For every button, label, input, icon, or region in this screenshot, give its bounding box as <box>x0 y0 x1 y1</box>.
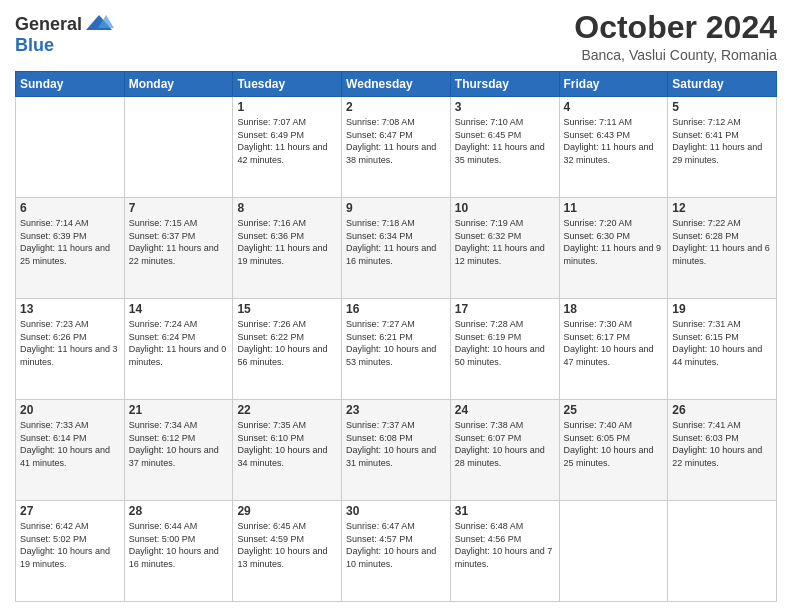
calendar-cell: 16Sunrise: 7:27 AMSunset: 6:21 PMDayligh… <box>342 299 451 400</box>
day-number: 31 <box>455 504 555 518</box>
day-info: Sunrise: 7:07 AMSunset: 6:49 PMDaylight:… <box>237 116 337 166</box>
day-info: Sunrise: 7:16 AMSunset: 6:36 PMDaylight:… <box>237 217 337 267</box>
day-info: Sunrise: 7:24 AMSunset: 6:24 PMDaylight:… <box>129 318 229 368</box>
calendar-cell: 3Sunrise: 7:10 AMSunset: 6:45 PMDaylight… <box>450 97 559 198</box>
day-number: 4 <box>564 100 664 114</box>
page: General Blue October 2024 Banca, Vaslui … <box>0 0 792 612</box>
day-info: Sunrise: 7:34 AMSunset: 6:12 PMDaylight:… <box>129 419 229 469</box>
calendar-cell <box>124 97 233 198</box>
title-block: October 2024 Banca, Vaslui County, Roman… <box>574 10 777 63</box>
day-number: 15 <box>237 302 337 316</box>
header-monday: Monday <box>124 72 233 97</box>
calendar-cell: 9Sunrise: 7:18 AMSunset: 6:34 PMDaylight… <box>342 198 451 299</box>
calendar-cell <box>16 97 125 198</box>
calendar-cell: 1Sunrise: 7:07 AMSunset: 6:49 PMDaylight… <box>233 97 342 198</box>
calendar-cell: 20Sunrise: 7:33 AMSunset: 6:14 PMDayligh… <box>16 400 125 501</box>
day-info: Sunrise: 7:37 AMSunset: 6:08 PMDaylight:… <box>346 419 446 469</box>
day-info: Sunrise: 7:14 AMSunset: 6:39 PMDaylight:… <box>20 217 120 267</box>
day-number: 21 <box>129 403 229 417</box>
calendar-cell: 2Sunrise: 7:08 AMSunset: 6:47 PMDaylight… <box>342 97 451 198</box>
day-info: Sunrise: 7:20 AMSunset: 6:30 PMDaylight:… <box>564 217 664 267</box>
day-number: 2 <box>346 100 446 114</box>
calendar-cell: 24Sunrise: 7:38 AMSunset: 6:07 PMDayligh… <box>450 400 559 501</box>
day-info: Sunrise: 7:18 AMSunset: 6:34 PMDaylight:… <box>346 217 446 267</box>
logo-general-text: General <box>15 15 82 35</box>
calendar-cell: 22Sunrise: 7:35 AMSunset: 6:10 PMDayligh… <box>233 400 342 501</box>
day-number: 13 <box>20 302 120 316</box>
logo: General Blue <box>15 10 114 56</box>
day-info: Sunrise: 7:26 AMSunset: 6:22 PMDaylight:… <box>237 318 337 368</box>
day-number: 29 <box>237 504 337 518</box>
day-info: Sunrise: 7:38 AMSunset: 6:07 PMDaylight:… <box>455 419 555 469</box>
day-info: Sunrise: 6:44 AMSunset: 5:00 PMDaylight:… <box>129 520 229 570</box>
day-number: 23 <box>346 403 446 417</box>
day-info: Sunrise: 7:28 AMSunset: 6:19 PMDaylight:… <box>455 318 555 368</box>
day-info: Sunrise: 7:15 AMSunset: 6:37 PMDaylight:… <box>129 217 229 267</box>
calendar-header-row: Sunday Monday Tuesday Wednesday Thursday… <box>16 72 777 97</box>
day-info: Sunrise: 7:23 AMSunset: 6:26 PMDaylight:… <box>20 318 120 368</box>
day-info: Sunrise: 7:08 AMSunset: 6:47 PMDaylight:… <box>346 116 446 166</box>
day-number: 27 <box>20 504 120 518</box>
day-number: 7 <box>129 201 229 215</box>
day-info: Sunrise: 7:19 AMSunset: 6:32 PMDaylight:… <box>455 217 555 267</box>
calendar-cell: 15Sunrise: 7:26 AMSunset: 6:22 PMDayligh… <box>233 299 342 400</box>
month-title: October 2024 <box>574 10 777 45</box>
day-number: 17 <box>455 302 555 316</box>
calendar-cell: 5Sunrise: 7:12 AMSunset: 6:41 PMDaylight… <box>668 97 777 198</box>
logo-icon <box>84 10 114 40</box>
day-info: Sunrise: 6:45 AMSunset: 4:59 PMDaylight:… <box>237 520 337 570</box>
header-saturday: Saturday <box>668 72 777 97</box>
location: Banca, Vaslui County, Romania <box>574 47 777 63</box>
day-number: 5 <box>672 100 772 114</box>
calendar-cell: 29Sunrise: 6:45 AMSunset: 4:59 PMDayligh… <box>233 501 342 602</box>
calendar-cell: 8Sunrise: 7:16 AMSunset: 6:36 PMDaylight… <box>233 198 342 299</box>
day-number: 9 <box>346 201 446 215</box>
day-number: 8 <box>237 201 337 215</box>
calendar-cell: 21Sunrise: 7:34 AMSunset: 6:12 PMDayligh… <box>124 400 233 501</box>
calendar-cell: 12Sunrise: 7:22 AMSunset: 6:28 PMDayligh… <box>668 198 777 299</box>
day-number: 18 <box>564 302 664 316</box>
calendar-cell: 25Sunrise: 7:40 AMSunset: 6:05 PMDayligh… <box>559 400 668 501</box>
day-number: 3 <box>455 100 555 114</box>
day-info: Sunrise: 7:33 AMSunset: 6:14 PMDaylight:… <box>20 419 120 469</box>
day-number: 11 <box>564 201 664 215</box>
day-number: 16 <box>346 302 446 316</box>
day-info: Sunrise: 6:48 AMSunset: 4:56 PMDaylight:… <box>455 520 555 570</box>
calendar-cell: 28Sunrise: 6:44 AMSunset: 5:00 PMDayligh… <box>124 501 233 602</box>
calendar-cell: 19Sunrise: 7:31 AMSunset: 6:15 PMDayligh… <box>668 299 777 400</box>
calendar-cell: 27Sunrise: 6:42 AMSunset: 5:02 PMDayligh… <box>16 501 125 602</box>
day-info: Sunrise: 6:42 AMSunset: 5:02 PMDaylight:… <box>20 520 120 570</box>
day-info: Sunrise: 6:47 AMSunset: 4:57 PMDaylight:… <box>346 520 446 570</box>
calendar: Sunday Monday Tuesday Wednesday Thursday… <box>15 71 777 602</box>
header-sunday: Sunday <box>16 72 125 97</box>
calendar-cell: 26Sunrise: 7:41 AMSunset: 6:03 PMDayligh… <box>668 400 777 501</box>
calendar-cell: 23Sunrise: 7:37 AMSunset: 6:08 PMDayligh… <box>342 400 451 501</box>
logo-blue-text: Blue <box>15 35 54 55</box>
day-info: Sunrise: 7:12 AMSunset: 6:41 PMDaylight:… <box>672 116 772 166</box>
day-number: 24 <box>455 403 555 417</box>
day-info: Sunrise: 7:27 AMSunset: 6:21 PMDaylight:… <box>346 318 446 368</box>
calendar-cell: 31Sunrise: 6:48 AMSunset: 4:56 PMDayligh… <box>450 501 559 602</box>
day-number: 25 <box>564 403 664 417</box>
calendar-cell: 11Sunrise: 7:20 AMSunset: 6:30 PMDayligh… <box>559 198 668 299</box>
calendar-cell: 7Sunrise: 7:15 AMSunset: 6:37 PMDaylight… <box>124 198 233 299</box>
calendar-cell: 18Sunrise: 7:30 AMSunset: 6:17 PMDayligh… <box>559 299 668 400</box>
day-info: Sunrise: 7:41 AMSunset: 6:03 PMDaylight:… <box>672 419 772 469</box>
day-info: Sunrise: 7:40 AMSunset: 6:05 PMDaylight:… <box>564 419 664 469</box>
day-number: 28 <box>129 504 229 518</box>
day-number: 1 <box>237 100 337 114</box>
day-number: 19 <box>672 302 772 316</box>
calendar-cell <box>559 501 668 602</box>
day-number: 26 <box>672 403 772 417</box>
calendar-cell: 14Sunrise: 7:24 AMSunset: 6:24 PMDayligh… <box>124 299 233 400</box>
day-number: 12 <box>672 201 772 215</box>
day-number: 14 <box>129 302 229 316</box>
header-thursday: Thursday <box>450 72 559 97</box>
day-info: Sunrise: 7:11 AMSunset: 6:43 PMDaylight:… <box>564 116 664 166</box>
calendar-cell <box>668 501 777 602</box>
header-friday: Friday <box>559 72 668 97</box>
day-number: 30 <box>346 504 446 518</box>
header: General Blue October 2024 Banca, Vaslui … <box>15 10 777 63</box>
day-info: Sunrise: 7:31 AMSunset: 6:15 PMDaylight:… <box>672 318 772 368</box>
day-number: 10 <box>455 201 555 215</box>
